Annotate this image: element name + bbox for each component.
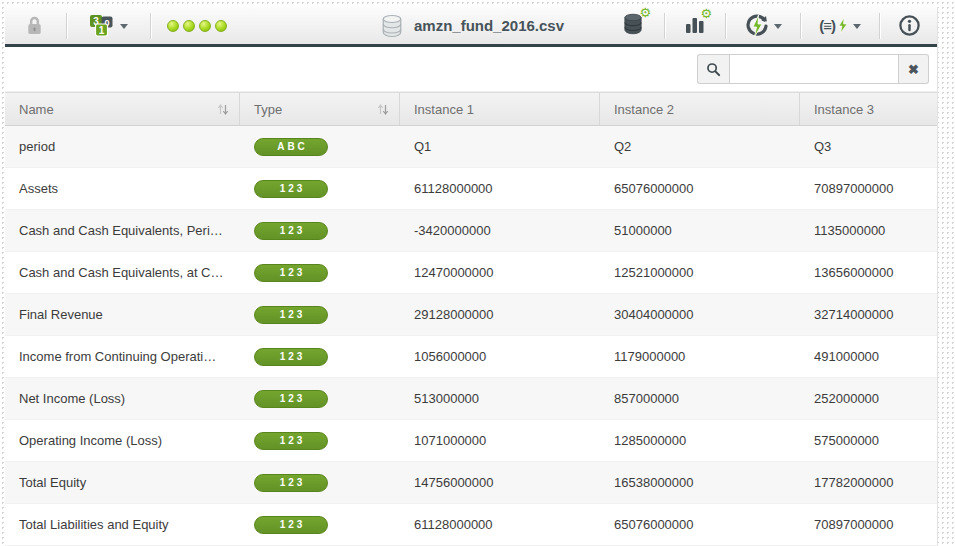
- status-dot: [199, 20, 211, 32]
- cell-instance-2: 1179000000: [600, 336, 800, 377]
- search-icon[interactable]: [697, 54, 729, 84]
- type-badge[interactable]: 123: [254, 264, 328, 282]
- type-badge[interactable]: ABC: [254, 138, 328, 156]
- toolbar-left: 3 0 1: [5, 10, 227, 41]
- type-badge[interactable]: 123: [254, 474, 328, 492]
- status-dot: [167, 20, 179, 32]
- table-row[interactable]: Income from Continuing Operati…123105600…: [5, 336, 937, 378]
- column-label: Type: [254, 102, 282, 117]
- cell-type: 123: [240, 252, 400, 293]
- table-row[interactable]: Total Equity1231475600000016538000000177…: [5, 462, 937, 504]
- column-label: Instance 1: [414, 102, 474, 117]
- table-row[interactable]: Net Income (Loss)12351300000085700000025…: [5, 378, 937, 420]
- table-row[interactable]: Operating Income (Loss)12310710000001285…: [5, 420, 937, 462]
- cell-instance-1: 61128000000: [400, 504, 600, 545]
- value-types-icon[interactable]: 3 0 1: [83, 10, 134, 41]
- cell-type: 123: [240, 294, 400, 335]
- sort-icon[interactable]: [377, 101, 389, 117]
- refresh-bolt-icon[interactable]: [738, 11, 788, 41]
- column-header-type[interactable]: Type: [240, 93, 400, 125]
- cell-instance-3: 491000000: [800, 336, 937, 377]
- type-badge[interactable]: 123: [254, 306, 328, 324]
- page-title: amzn_fund_2016.csv: [414, 17, 564, 34]
- chevron-down-icon: [853, 24, 861, 29]
- type-badge[interactable]: 123: [254, 390, 328, 408]
- search-input[interactable]: [729, 54, 899, 84]
- cell-instance-1: 14756000000: [400, 462, 600, 503]
- cell-instance-1: 513000000: [400, 378, 600, 419]
- cell-type: 123: [240, 462, 400, 503]
- search-row: ✖: [5, 47, 937, 92]
- cell-instance-3: 1135000000: [800, 210, 937, 251]
- cell-name: Cash and Cash Equivalents, Peri…: [5, 210, 240, 251]
- cell-type: 123: [240, 504, 400, 545]
- column-label: Instance 2: [614, 102, 674, 117]
- cell-name: Total Equity: [5, 462, 240, 503]
- cell-type: ABC: [240, 126, 400, 167]
- column-header-name[interactable]: Name: [5, 93, 240, 125]
- info-icon[interactable]: [892, 12, 927, 39]
- cell-instance-1: 1071000000: [400, 420, 600, 461]
- cell-name: Income from Continuing Operati…: [5, 336, 240, 377]
- clear-search-icon[interactable]: ✖: [899, 54, 929, 84]
- cell-instance-2: Q2: [600, 126, 800, 167]
- separator: [800, 13, 801, 39]
- type-badge[interactable]: 123: [254, 432, 328, 450]
- database-gear-icon[interactable]: ⚙: [614, 9, 652, 43]
- cell-instance-2: 857000000: [600, 378, 800, 419]
- column-header-instance-3[interactable]: Instance 3: [800, 93, 937, 125]
- table-row[interactable]: Total Liabilities and Equity123611280000…: [5, 504, 937, 546]
- cell-instance-3: 252000000: [800, 378, 937, 419]
- table-row[interactable]: Cash and Cash Equivalents, Peri…123-3420…: [5, 210, 937, 252]
- cell-instance-1: 61128000000: [400, 168, 600, 209]
- table-header: Name Type Instance 1 Instance 2: [5, 92, 937, 126]
- cell-instance-2: 16538000000: [600, 462, 800, 503]
- sort-icon[interactable]: [217, 101, 229, 117]
- type-badge[interactable]: 123: [254, 348, 328, 366]
- type-badge[interactable]: 123: [254, 180, 328, 198]
- chevron-down-icon: [774, 24, 782, 29]
- column-header-instance-2[interactable]: Instance 2: [600, 93, 800, 125]
- status-dots[interactable]: [167, 20, 227, 32]
- cell-instance-2: 65076000000: [600, 504, 800, 545]
- cell-instance-2: 30404000000: [600, 294, 800, 335]
- cell-name: period: [5, 126, 240, 167]
- cell-type: 123: [240, 378, 400, 419]
- separator: [664, 13, 665, 39]
- column-label: Instance 3: [814, 102, 874, 117]
- cell-name: Total Liabilities and Equity: [5, 504, 240, 545]
- table-row[interactable]: periodABCQ1Q2Q3: [5, 126, 937, 168]
- search-group: ✖: [697, 54, 929, 84]
- dataset-panel: 3 0 1: [5, 7, 938, 546]
- separator: [879, 13, 880, 39]
- cell-instance-3: 575000000: [800, 420, 937, 461]
- toolbar-right: ⚙ ⚙: [614, 9, 937, 43]
- cell-instance-2: 65076000000: [600, 168, 800, 209]
- table-body: periodABCQ1Q2Q3Assets1236112800000065076…: [5, 126, 937, 546]
- type-badge[interactable]: 123: [254, 222, 328, 240]
- chevron-down-icon: [120, 24, 128, 29]
- cell-type: 123: [240, 420, 400, 461]
- dataset-icon: [378, 12, 406, 40]
- lock-icon[interactable]: [19, 13, 50, 38]
- cell-instance-2: 1285000000: [600, 420, 800, 461]
- cell-instance-3: 32714000000: [800, 294, 937, 335]
- chart-gear-icon[interactable]: ⚙: [677, 10, 713, 42]
- cell-name: Final Revenue: [5, 294, 240, 335]
- status-dot: [183, 20, 195, 32]
- toolbar: 3 0 1: [5, 7, 937, 47]
- table-row[interactable]: Final Revenue123291280000003040400000032…: [5, 294, 937, 336]
- column-header-instance-1[interactable]: Instance 1: [400, 93, 600, 125]
- type-badge[interactable]: 123: [254, 516, 328, 534]
- gear-icon: ⚙: [640, 6, 652, 19]
- column-label: Name: [19, 102, 54, 117]
- cell-instance-3: 70897000000: [800, 168, 937, 209]
- cell-instance-3: 70897000000: [800, 504, 937, 545]
- table-row[interactable]: Cash and Cash Equivalents, at C…12312470…: [5, 252, 937, 294]
- expression-bolt-icon[interactable]: (≡): [813, 15, 867, 36]
- cell-name: Assets: [5, 168, 240, 209]
- cell-instance-1: 12470000000: [400, 252, 600, 293]
- table-row[interactable]: Assets1236112800000065076000000708970000…: [5, 168, 937, 210]
- separator: [150, 13, 151, 39]
- svg-text:1: 1: [99, 25, 105, 36]
